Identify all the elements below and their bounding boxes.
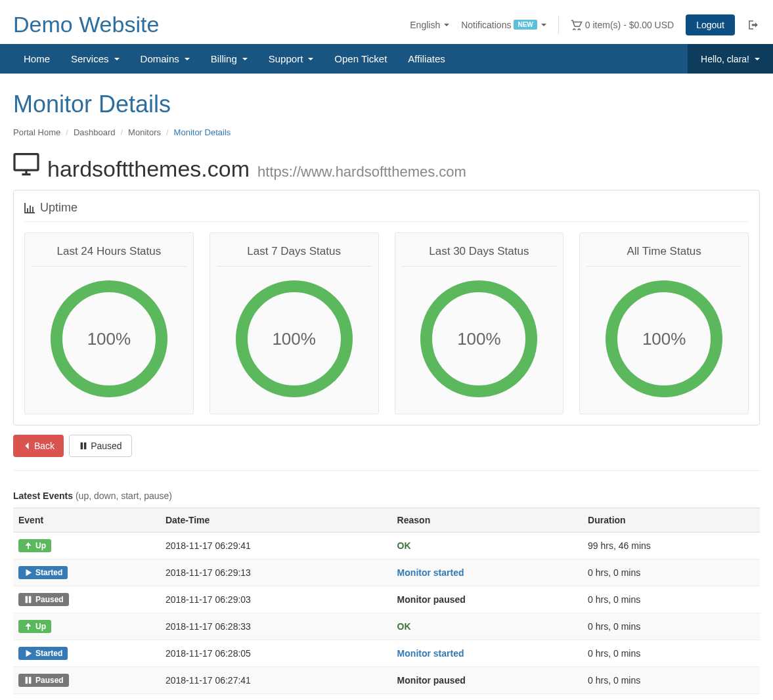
cell-reason: Monitor started [392, 559, 583, 586]
badge-label: Paused [35, 595, 64, 604]
back-button[interactable]: Back [13, 435, 64, 457]
monitor-icon [13, 153, 39, 177]
table-row: Paused2018-11-17 06:27:41Monitor paused0… [13, 667, 760, 694]
events-heading: Latest Events (up, down, start, pause) [13, 491, 760, 501]
event-badge-started: Started [18, 647, 68, 660]
uptime-donut: 100% [235, 280, 353, 398]
status-grid: Last 24 Hours Status100%Last 7 Days Stat… [24, 232, 749, 414]
event-badge-up: Up [18, 620, 51, 633]
table-row: Up2018-11-17 06:28:33OK0 hrs, 0 mins [13, 613, 760, 640]
nav-label: Affiliates [408, 53, 445, 64]
cell-duration: 0 hrs, 0 mins [583, 559, 760, 586]
cell-reason: Monitor started [392, 640, 583, 667]
notifications-link[interactable]: Notifications NEW [461, 20, 546, 30]
table-row: Started2018-11-17 06:28:05Monitor starte… [13, 640, 760, 667]
navbar: HomeServicesDomainsBillingSupportOpen Ti… [0, 44, 773, 74]
divider [558, 16, 559, 34]
nav-label: Support [269, 53, 303, 64]
nav-item-home[interactable]: Home [13, 44, 60, 74]
language-switcher[interactable]: English [410, 20, 449, 30]
nav-item-open-ticket[interactable]: Open Ticket [324, 44, 397, 74]
uptime-panel: Uptime Last 24 Hours Status100%Last 7 Da… [13, 190, 760, 426]
breadcrumb-sep: / [120, 127, 123, 137]
status-card-title: Last 7 Days Status [217, 245, 372, 267]
logout-button[interactable]: Logout [686, 14, 735, 35]
status-card: Last 30 Days Status100% [395, 232, 564, 414]
user-label: Hello, clara! [701, 54, 749, 64]
nav-item-domains[interactable]: Domains [130, 44, 200, 74]
uptime-donut: 100% [605, 280, 723, 398]
nav-item-support[interactable]: Support [258, 44, 324, 74]
caret-icon [242, 58, 248, 60]
uptime-donut: 100% [50, 280, 168, 398]
breadcrumb-item[interactable]: Dashboard [74, 127, 116, 137]
cell-duration: 0 hrs, 1 mins [583, 694, 760, 701]
play-icon [24, 649, 33, 658]
uptime-percent: 100% [50, 280, 168, 398]
nav-item-affiliates[interactable]: Affiliates [397, 44, 455, 74]
cell-event: Started [13, 559, 160, 586]
pause-icon [24, 595, 33, 604]
cell-reason: OK [392, 533, 583, 559]
uptime-percent: 100% [420, 280, 538, 398]
nav-item-services[interactable]: Services [60, 44, 130, 74]
reason-text: Monitor paused [397, 675, 466, 686]
cell-duration: 99 hrs, 46 mins [583, 533, 760, 559]
cell-duration: 0 hrs, 0 mins [583, 667, 760, 694]
col-event: Event [13, 508, 160, 533]
events-sub: (up, down, start, pause) [76, 491, 172, 501]
chevron-left-icon [22, 441, 32, 450]
chart-icon [24, 203, 35, 213]
event-badge-started: Started [18, 566, 68, 579]
event-badge-paused: Paused [18, 674, 69, 687]
topbar: Demo Website English Notifications NEW 0… [0, 0, 773, 44]
col-date-time: Date-Time [160, 508, 392, 533]
back-label: Back [34, 441, 55, 451]
cell-datetime: 2018-11-17 06:27:41 [160, 667, 392, 694]
caret-icon [114, 58, 120, 60]
table-row: Paused2018-11-17 06:29:03Monitor paused0… [13, 586, 760, 613]
breadcrumb-item[interactable]: Portal Home [13, 127, 60, 137]
user-menu[interactable]: Hello, clara! [688, 44, 773, 74]
cart-link[interactable]: 0 item(s) - $0.00 USD [571, 20, 674, 30]
nav-label: Services [71, 53, 109, 64]
breadcrumb-item[interactable]: Monitors [128, 127, 161, 137]
badge-label: Started [35, 568, 62, 577]
svg-rect-11 [26, 596, 28, 603]
svg-rect-14 [29, 677, 32, 684]
table-row: Up2018-11-17 06:26:15OK0 hrs, 1 mins [13, 694, 760, 701]
nav-label: Billing [211, 53, 237, 64]
monitor-header: hardsoftthemes.com https://www.hardsoftt… [13, 153, 760, 182]
svg-rect-0 [14, 154, 38, 171]
paused-button[interactable]: Paused [69, 435, 131, 457]
event-badge-paused: Paused [18, 593, 69, 606]
cell-duration: 0 hrs, 0 mins [583, 640, 760, 667]
page-title: Monitor Details [13, 91, 760, 118]
badge-label: Started [35, 649, 62, 658]
event-badge-up: Up [18, 539, 51, 552]
cell-event: Paused [13, 667, 160, 694]
nav-label: Home [24, 53, 50, 64]
notifications-label: Notifications [461, 20, 511, 30]
col-reason: Reason [392, 508, 583, 533]
status-card: Last 7 Days Status100% [210, 232, 379, 414]
nav-item-billing[interactable]: Billing [200, 44, 258, 74]
language-label: English [410, 20, 440, 30]
reason-text: Monitor paused [397, 594, 466, 605]
cell-event: Up [13, 533, 160, 559]
cell-datetime: 2018-11-17 06:29:41 [160, 533, 392, 559]
badge-label: Up [35, 541, 46, 550]
brand[interactable]: Demo Website [13, 12, 159, 37]
caret-icon [308, 58, 313, 60]
caret-icon [185, 58, 190, 60]
cell-event: Up [13, 613, 160, 640]
cell-event: Paused [13, 586, 160, 613]
cell-reason: Monitor paused [392, 667, 583, 694]
svg-rect-10 [84, 443, 87, 450]
badge-label: Paused [35, 676, 64, 685]
uptime-percent: 100% [605, 280, 723, 398]
cell-event: Started [13, 640, 160, 667]
pause-icon [79, 441, 88, 450]
signout-icon[interactable] [747, 19, 760, 31]
svg-rect-12 [29, 596, 32, 603]
